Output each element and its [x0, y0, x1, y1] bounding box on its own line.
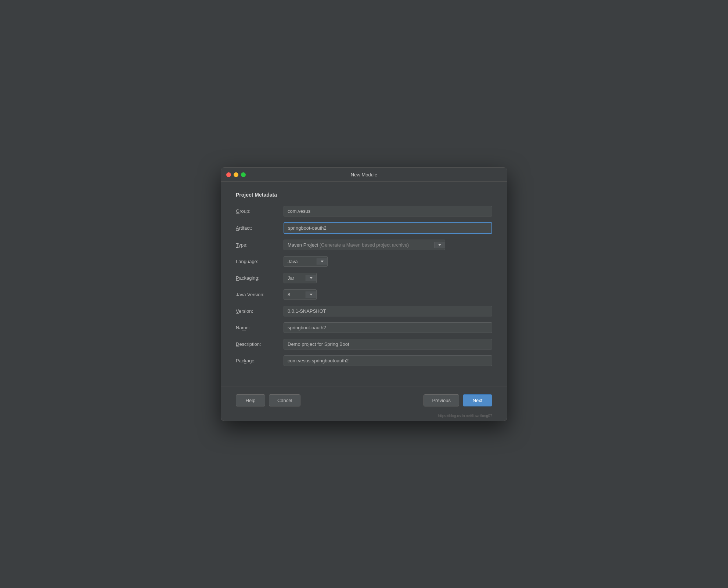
- name-label: Name:: [236, 325, 284, 330]
- type-dropdown-button[interactable]: [434, 242, 445, 248]
- description-label-text: Description:: [236, 341, 261, 347]
- description-label: Description:: [236, 341, 284, 347]
- type-label: Type:: [236, 242, 284, 248]
- artifact-label: Artifact:: [236, 225, 284, 231]
- description-row: Description:: [236, 339, 492, 349]
- java-version-row: Java Version: 8: [236, 289, 492, 300]
- help-button[interactable]: Help: [236, 394, 265, 406]
- section-title: Project Metadata: [236, 192, 492, 198]
- traffic-lights: [226, 172, 246, 177]
- artifact-row: Artifact:: [236, 222, 492, 234]
- type-dropdown[interactable]: Maven Project (Generate a Maven based pr…: [284, 240, 445, 250]
- group-input[interactable]: [284, 206, 492, 216]
- minimize-button[interactable]: [234, 172, 238, 177]
- group-label: Group:: [236, 208, 284, 214]
- artifact-label-text: Artifact:: [236, 225, 252, 231]
- window-title: New Module: [351, 172, 377, 178]
- language-dropdown-text: Java: [284, 257, 317, 266]
- new-module-window: New Module Project Metadata Group: Artif…: [221, 167, 507, 421]
- java-version-dropdown[interactable]: 8: [284, 289, 317, 300]
- group-label-text: Group:: [236, 208, 251, 214]
- version-label: Version:: [236, 308, 284, 314]
- package-row: Package:: [236, 355, 492, 366]
- title-bar: New Module: [221, 168, 507, 182]
- name-input[interactable]: [284, 322, 492, 333]
- group-row: Group:: [236, 206, 492, 216]
- type-row: Type: Maven Project (Generate a Maven ba…: [236, 240, 492, 250]
- packaging-dropdown-text: Jar: [284, 273, 306, 283]
- chevron-down-icon: [321, 261, 324, 262]
- type-dropdown-text: Maven Project (Generate a Maven based pr…: [284, 240, 434, 250]
- watermark: https://blog.csdn.net/liuweilong07: [221, 414, 507, 421]
- java-version-label: Java Version:: [236, 292, 284, 297]
- next-button[interactable]: Next: [463, 394, 492, 406]
- cancel-button[interactable]: Cancel: [269, 394, 300, 406]
- language-dropdown-button[interactable]: [317, 258, 327, 265]
- description-input[interactable]: [284, 339, 492, 349]
- packaging-label-text: Packaging:: [236, 275, 259, 281]
- packaging-dropdown-button[interactable]: [306, 275, 316, 281]
- chevron-down-icon: [310, 294, 313, 295]
- name-label-text: Name:: [236, 325, 250, 330]
- chevron-down-icon: [438, 244, 441, 246]
- packaging-label: Packaging:: [236, 275, 284, 281]
- language-label-text: Language:: [236, 259, 258, 264]
- maximize-button[interactable]: [241, 172, 246, 177]
- name-row: Name:: [236, 322, 492, 333]
- close-button[interactable]: [226, 172, 231, 177]
- form-content: Project Metadata Group: Artifact: Type: …: [221, 182, 507, 379]
- version-input[interactable]: [284, 306, 492, 316]
- artifact-input[interactable]: [284, 222, 492, 234]
- java-version-dropdown-text: 8: [284, 290, 306, 300]
- type-label-text: Type:: [236, 242, 248, 248]
- package-label-text: Package:: [236, 358, 256, 363]
- package-input[interactable]: [284, 355, 492, 366]
- packaging-row: Packaging: Jar: [236, 273, 492, 283]
- previous-button[interactable]: Previous: [424, 394, 459, 406]
- footer: Help Cancel Previous Next: [221, 387, 507, 414]
- footer-left: Help Cancel: [236, 394, 300, 406]
- footer-right: Previous Next: [424, 394, 492, 406]
- language-dropdown[interactable]: Java: [284, 256, 328, 267]
- java-version-label-text: Java Version:: [236, 292, 264, 297]
- language-label: Language:: [236, 259, 284, 264]
- language-row: Language: Java: [236, 256, 492, 267]
- version-row: Version:: [236, 306, 492, 316]
- packaging-dropdown[interactable]: Jar: [284, 273, 317, 283]
- version-label-text: Version:: [236, 308, 253, 314]
- package-label: Package:: [236, 358, 284, 363]
- java-version-dropdown-button[interactable]: [306, 291, 316, 298]
- chevron-down-icon: [310, 277, 313, 279]
